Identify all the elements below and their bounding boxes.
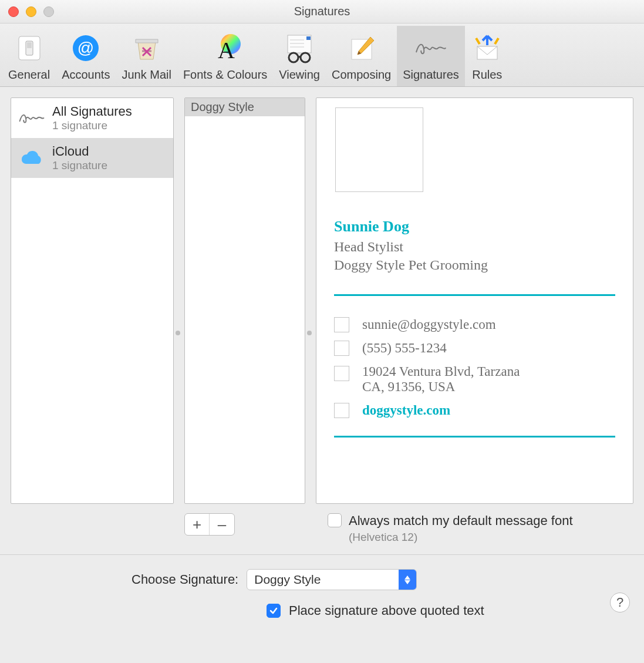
junk-mail-icon [130, 32, 163, 65]
splitter-handle[interactable] [176, 331, 180, 335]
signatures-icon [414, 32, 447, 65]
icloud-icon [18, 144, 45, 171]
remove-signature-button[interactable]: – [210, 514, 234, 535]
tab-label: General [8, 68, 50, 82]
svg-text:@: @ [77, 39, 94, 57]
main-content: All Signatures 1 signature iCloud 1 sign… [0, 87, 644, 513]
svg-point-15 [301, 53, 310, 62]
svg-rect-10 [306, 36, 311, 40]
signature-name: Sunnie Dog [334, 218, 615, 235]
signature-address-line: 19024 Ventura Blvd, Tarzana CA, 91356, U… [334, 364, 615, 395]
fonts-colours-icon: A [209, 32, 242, 65]
titlebar: Signatures [0, 0, 644, 23]
viewing-icon [283, 32, 316, 65]
tab-rules[interactable]: Rules [465, 26, 510, 86]
signature-company: Doggy Style Pet Grooming [334, 257, 615, 273]
signature-address-2: CA, 91356, USA [362, 379, 455, 394]
signature-preview-panel[interactable]: Sunnie Dog Head Stylist Doggy Style Pet … [316, 97, 633, 504]
tab-general[interactable]: General [2, 26, 56, 86]
add-remove-group: + – [184, 513, 235, 536]
signature-phone-line: (555) 555-1234 [334, 341, 615, 356]
tab-signatures[interactable]: Signatures [397, 26, 465, 86]
phone-icon [334, 341, 349, 356]
select-stepper-icon [399, 570, 416, 590]
svg-point-14 [289, 53, 298, 62]
window-title: Signatures [0, 5, 644, 18]
tab-label: Signatures [403, 68, 459, 82]
tab-label: Junk Mail [122, 68, 171, 82]
below-panels: + – Always match my default message font… [0, 513, 644, 544]
add-signature-button[interactable]: + [185, 514, 210, 535]
account-subtitle: 1 signature [52, 159, 107, 172]
accounts-icon: @ [69, 32, 102, 65]
signature-icon [18, 105, 45, 132]
choose-signature-row: Choose Signature: Doggy Style [132, 569, 630, 590]
signature-image-placeholder [335, 107, 423, 192]
preferences-toolbar: General @ Accounts Junk Mail A [0, 23, 644, 87]
tab-label: Composing [332, 68, 391, 82]
tab-label: Accounts [62, 68, 110, 82]
signature-list-item[interactable]: Doggy Style [185, 98, 305, 116]
place-above-label: Place signature above quoted text [289, 603, 484, 618]
help-button[interactable]: ? [610, 593, 630, 612]
match-font-hint: (Helvetica 12) [349, 531, 573, 544]
splitter-handle[interactable] [307, 331, 312, 335]
tab-label: Fonts & Colours [183, 68, 267, 82]
svg-rect-17 [477, 46, 497, 59]
tab-label: Viewing [279, 68, 320, 82]
account-row-all-signatures[interactable]: All Signatures 1 signature [11, 98, 173, 138]
choose-signature-label: Choose Signature: [132, 572, 238, 587]
composing-icon [345, 32, 378, 65]
place-above-row: Place signature above quoted text [267, 603, 630, 618]
match-font-checkbox[interactable] [328, 513, 342, 527]
signature-list-panel: Doggy Style [184, 97, 305, 504]
signature-address-1: 19024 Ventura Blvd, Tarzana [362, 364, 520, 379]
signature-phone: (555) 555-1234 [362, 341, 447, 356]
email-icon [334, 317, 349, 332]
choose-signature-value: Doggy Style [254, 573, 321, 587]
address-icon [334, 366, 349, 381]
tab-fonts-colours[interactable]: A Fonts & Colours [177, 26, 273, 86]
tab-label: Rules [472, 68, 502, 82]
match-font-label: Always match my default message font [349, 513, 573, 529]
place-above-checkbox[interactable] [267, 604, 281, 618]
accounts-panel: All Signatures 1 signature iCloud 1 sign… [11, 97, 174, 504]
account-row-icloud[interactable]: iCloud 1 signature [11, 138, 173, 178]
signature-website-line: doggystyle.com [334, 403, 615, 418]
tab-composing[interactable]: Composing [326, 26, 397, 86]
bottom-section: Choose Signature: Doggy Style Place sign… [0, 554, 644, 618]
signature-divider [334, 436, 615, 437]
signature-website: doggystyle.com [362, 403, 450, 418]
rules-icon [471, 32, 504, 65]
account-subtitle: 1 signature [52, 119, 132, 132]
signature-divider [334, 294, 615, 296]
general-icon [13, 32, 46, 65]
website-icon [334, 403, 349, 418]
account-title: All Signatures [52, 104, 132, 119]
tab-junk-mail[interactable]: Junk Mail [116, 26, 177, 86]
account-title: iCloud [52, 144, 107, 159]
choose-signature-select[interactable]: Doggy Style [247, 569, 417, 590]
tab-viewing[interactable]: Viewing [273, 26, 326, 86]
signature-role: Head Stylist [334, 239, 615, 255]
svg-rect-2 [27, 42, 32, 48]
svg-text:A: A [218, 37, 235, 63]
signature-email-line: sunnie@doggystyle.com [334, 317, 615, 332]
signature-email: sunnie@doggystyle.com [362, 317, 496, 332]
match-font-row: Always match my default message font (He… [328, 513, 573, 544]
tab-accounts[interactable]: @ Accounts [56, 26, 116, 86]
